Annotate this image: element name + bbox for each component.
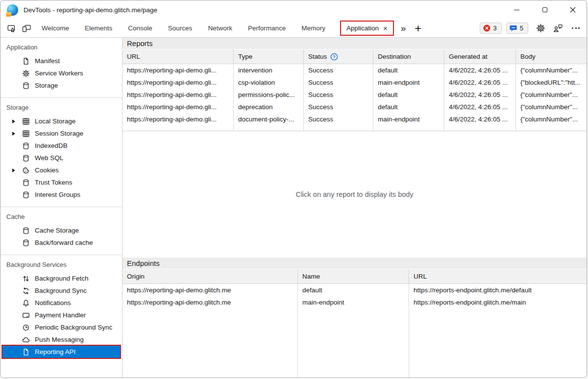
report-cell-generated-at[interactable]: 4/6/2022, 4:26:05 ... xyxy=(444,113,516,125)
sidebar-item-label: Service Workers xyxy=(35,70,83,77)
sync-icon xyxy=(22,287,30,295)
sidebar-item-background-sync[interactable]: Background Sync xyxy=(0,284,122,297)
sidebar-item-back-forward-cache[interactable]: Back/forward cache xyxy=(0,237,122,249)
database-icon xyxy=(22,239,30,247)
report-cell-destination[interactable]: default xyxy=(373,89,444,101)
window-titlebar: DevTools - reporting-api-demo.glitch.me/… xyxy=(0,0,587,19)
sidebar-item-indexeddb[interactable]: IndexedDB xyxy=(0,140,122,152)
database-icon xyxy=(22,142,30,150)
column-header-url: URL xyxy=(122,49,234,64)
report-cell-body[interactable]: {"columnNumber"... xyxy=(516,89,587,101)
feedback-icon xyxy=(553,24,563,32)
report-cell-type[interactable]: document-policy-... xyxy=(234,113,304,125)
report-cell-generated-at[interactable]: 4/6/2022, 4:26:05 ... xyxy=(444,76,516,89)
sidebar-item-manifest[interactable]: Manifest xyxy=(0,55,122,67)
sidebar-item-service-workers[interactable]: Service Workers xyxy=(0,67,122,79)
report-cell-status[interactable]: Success xyxy=(304,113,373,125)
endpoint-cell-origin[interactable]: https://reporting-api-demo.glitch.me xyxy=(122,284,298,296)
maximize-button[interactable] xyxy=(531,0,559,19)
report-cell-destination[interactable]: main-endpoint xyxy=(373,113,444,125)
file-icon xyxy=(22,57,30,65)
endpoint-cell-origin[interactable]: https://reporting-api-demo.glitch.me xyxy=(122,296,298,308)
endpoint-cell-name[interactable]: main-endpoint xyxy=(298,296,409,308)
close-button[interactable] xyxy=(559,0,587,19)
device-emulation-button[interactable] xyxy=(19,21,34,36)
report-cell-body[interactable]: {"columnNumber"... xyxy=(516,64,587,76)
report-cell-url[interactable]: https://reporting-api-demo.gli... xyxy=(122,113,234,125)
sidebar-item-cookies[interactable]: Cookies xyxy=(0,164,122,176)
sidebar-item-background-fetch[interactable]: Background Fetch xyxy=(0,272,122,284)
settings-button[interactable] xyxy=(536,24,545,33)
sidebar-item-label: IndexedDB xyxy=(35,142,68,149)
tab-performance[interactable]: Performance xyxy=(240,19,294,37)
report-cell-type[interactable]: csp-violation xyxy=(234,76,304,89)
sidebar-section-background-services: Background Services Background Fetch Bac… xyxy=(0,255,122,364)
tab-close-icon[interactable]: × xyxy=(383,24,388,32)
endpoint-cell-url[interactable]: https://reports-endpoint.glitch.me/main xyxy=(409,296,587,308)
window-title: DevTools - reporting-api-demo.glitch.me/… xyxy=(24,6,157,14)
feedback-button[interactable] xyxy=(553,24,563,32)
more-tabs-button[interactable]: » xyxy=(396,23,411,34)
add-tab-button[interactable]: + xyxy=(410,23,426,34)
report-cell-type[interactable]: deprecation xyxy=(234,101,304,113)
report-cell-body[interactable]: {"columnNumber"... xyxy=(516,113,587,125)
sidebar-item-web-sql[interactable]: Web SQL xyxy=(0,152,122,164)
sidebar-item-local-storage[interactable]: Local Storage xyxy=(0,115,122,127)
sidebar-item-push-messaging[interactable]: Push Messaging xyxy=(0,333,122,346)
report-cell-body[interactable]: {"columnNumber"... xyxy=(516,101,587,113)
issues-badge[interactable]: 5 xyxy=(506,23,528,34)
sidebar-item-storage[interactable]: Storage xyxy=(0,79,122,92)
endpoint-cell-url[interactable]: https://reports-endpoint.glitch.me/defau… xyxy=(409,284,587,296)
endpoint-cell-name[interactable]: default xyxy=(298,284,409,296)
devtools-badge-icon xyxy=(6,12,11,17)
report-cell-destination[interactable]: default xyxy=(373,64,444,76)
sidebar-item-reporting-api-selected[interactable]: Reporting API xyxy=(2,346,120,358)
error-badge[interactable]: 3 xyxy=(480,23,502,34)
tab-sources[interactable]: Sources xyxy=(160,19,200,37)
report-cell-generated-at[interactable]: 4/6/2022, 4:26:05 ... xyxy=(444,101,516,113)
sidebar-item-cache-storage[interactable]: Cache Storage xyxy=(0,224,122,237)
report-cell-status[interactable]: Success xyxy=(304,89,373,101)
report-cell-generated-at[interactable]: 4/6/2022, 4:26:05 ... xyxy=(444,64,516,76)
sidebar-item-label: Interest Groups xyxy=(35,191,80,198)
sidebar-item-session-storage[interactable]: Session Storage xyxy=(0,127,122,140)
inspect-element-button[interactable] xyxy=(4,21,19,36)
report-cell-body[interactable]: {"blockedURL":"htt... xyxy=(516,76,587,89)
tab-welcome[interactable]: Welcome xyxy=(34,19,77,37)
report-cell-url[interactable]: https://reporting-api-demo.gli... xyxy=(122,101,234,113)
report-cell-destination[interactable]: default xyxy=(373,101,444,113)
report-cell-url[interactable]: https://reporting-api-demo.gli... xyxy=(122,64,234,76)
report-cell-url[interactable]: https://reporting-api-demo.gli... xyxy=(122,89,234,101)
report-cell-status[interactable]: Success xyxy=(304,64,373,76)
sidebar-item-payment-handler[interactable]: Payment Handler xyxy=(0,309,122,321)
report-cell-status[interactable]: Success xyxy=(304,101,373,113)
sidebar-item-trust-tokens[interactable]: Trust Tokens xyxy=(0,176,122,189)
tab-console[interactable]: Console xyxy=(120,19,160,37)
sidebar-item-periodic-background-sync[interactable]: Periodic Background Sync xyxy=(0,321,122,333)
report-cell-type[interactable]: intervention xyxy=(234,64,304,76)
fetch-arrows-icon xyxy=(22,275,30,283)
minimize-button[interactable] xyxy=(503,0,531,19)
tab-network[interactable]: Network xyxy=(200,19,240,37)
more-options-button[interactable] xyxy=(572,27,580,29)
issues-icon xyxy=(510,25,517,32)
report-cell-type[interactable]: permissions-polic... xyxy=(234,89,304,101)
sidebar-item-label: Background Sync xyxy=(35,287,87,294)
sidebar-item-label: Back/forward cache xyxy=(35,239,93,246)
application-sidebar: Application Manifest Service Workers Sto… xyxy=(0,38,122,378)
sidebar-item-interest-groups[interactable]: Interest Groups xyxy=(0,189,122,201)
report-cell-generated-at[interactable]: 4/6/2022, 4:26:05 ... xyxy=(444,89,516,101)
tab-elements[interactable]: Elements xyxy=(77,19,120,37)
close-icon xyxy=(570,7,576,13)
column-header-name: Name xyxy=(298,269,409,284)
help-icon[interactable]: ? xyxy=(330,53,338,61)
report-cell-destination[interactable]: main-endpoint xyxy=(373,76,444,89)
report-cell-status[interactable]: Success xyxy=(304,76,373,89)
tab-memory[interactable]: Memory xyxy=(294,19,333,37)
tab-application-highlighted[interactable]: Application × xyxy=(340,21,394,36)
sidebar-item-notifications[interactable]: Notifications xyxy=(0,297,122,309)
report-cell-url[interactable]: https://reporting-api-demo.gli... xyxy=(122,76,234,89)
sidebar-item-label: Local Storage xyxy=(35,118,75,125)
error-count: 3 xyxy=(493,24,497,32)
sidebar-item-label: Web SQL xyxy=(35,154,63,162)
